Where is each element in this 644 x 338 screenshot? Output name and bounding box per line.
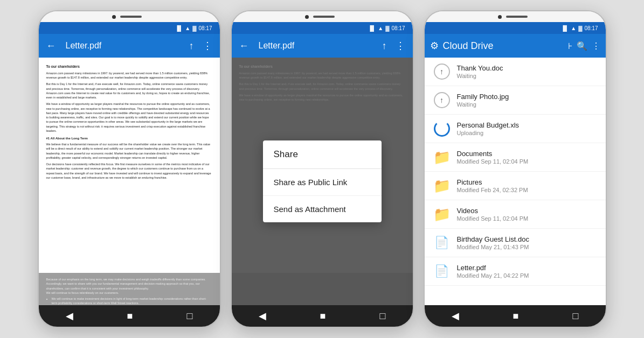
status-icons-2: ▐▌ ▲ ▓ 08:17 <box>368 25 405 31</box>
search-icon[interactable]: 🔍 <box>577 41 587 51</box>
wifi-icon-2: ▲ <box>378 25 383 31</box>
share-icon[interactable]: ↑ <box>187 38 196 54</box>
share-public-link-option[interactable]: Share as Public Link <box>263 169 382 196</box>
file-item-pictures[interactable]: 📁 Pictures Modified Feb 24, 02:32 PM <box>425 172 606 200</box>
file-meta-pictures: Modified Feb 24, 02:32 PM <box>457 187 598 193</box>
file-meta-birthday: Modified May 21, 01:43 PM <box>457 244 598 250</box>
file-info-budget: Personal Budget.xls Uploading <box>457 121 598 136</box>
camera-dot-3 <box>498 15 502 19</box>
nav-recent-btn-2[interactable]: □ <box>380 311 386 322</box>
file-item-videos[interactable]: 📁 Videos Modified Sep 11, 02:04 PM <box>425 200 606 229</box>
phone-pdf-viewer: ▐▌ ▲ ▓ 08:17 ← Letter.pdf ↑ ⋮ To our sha… <box>38 10 221 328</box>
phone-notch-3 <box>425 11 606 22</box>
folder-icon-videos: 📁 <box>432 205 452 224</box>
nav-back-btn-3[interactable]: ◀ <box>452 310 459 322</box>
file-meta-documents: Modified Sep 11, 02:04 PM <box>457 158 598 165</box>
pdf-para3: We have a window of opportunity as large… <box>46 102 212 133</box>
folder-icon-documents: 📁 <box>432 147 452 167</box>
file-item-thank-you[interactable]: ↑ Thank You.doc Waiting <box>425 58 606 86</box>
more-icon[interactable]: ⋮ <box>200 38 214 54</box>
upload-icon-family-photo: ↑ <box>432 90 452 110</box>
nav-home-btn[interactable]: ■ <box>127 311 133 322</box>
cloud-more-icon[interactable]: ⋮ <box>592 41 600 51</box>
signal-icon-3: ▐▌ <box>561 25 569 31</box>
file-item-birthday[interactable]: 📄 Birthday Guest List.doc Modified May 2… <box>425 229 606 257</box>
status-icons: ▐▌ ▲ ▓ 08:17 <box>175 25 212 31</box>
bottom-nav-2: ◀ ■ □ <box>232 305 413 327</box>
pdf-bottom-text: Because of our emphasis on the long term… <box>46 277 212 305</box>
doc-icon-symbol: 📄 <box>434 236 449 250</box>
share-modal-overlay: Share Share as Public Link Send as Attac… <box>232 58 413 305</box>
modal-title: Share <box>263 140 382 169</box>
file-info-videos: Videos Modified Sep 11, 02:04 PM <box>457 207 598 222</box>
wifi-icon: ▲ <box>185 25 190 31</box>
status-bar-2: ▐▌ ▲ ▓ 08:17 <box>232 22 413 34</box>
file-info-pictures: Pictures Modified Feb 24, 02:32 PM <box>457 178 598 193</box>
pdf-para5: Our decisions have consistently reflecte… <box>46 162 212 180</box>
pdf-para4: We believe that a fundamental measure of… <box>46 142 212 160</box>
pdf-content: To our shareholders Amazon.com passed ma… <box>39 58 220 305</box>
nav-back-btn[interactable]: ◀ <box>66 310 73 322</box>
file-item-family-photo[interactable]: ↑ Family Photo.jpg Waiting <box>425 86 606 115</box>
pdf-bullet1: We will continue to make investment deci… <box>52 297 212 305</box>
back-button[interactable]: ← <box>44 38 58 54</box>
nav-home-btn-3[interactable]: ■ <box>513 311 519 322</box>
cloud-drive-title: Cloud Drive <box>443 40 564 52</box>
speaker-2 <box>313 16 335 18</box>
nav-back-btn-2[interactable]: ◀ <box>259 310 266 322</box>
speaker-3 <box>506 16 528 18</box>
file-meta-budget: Uploading <box>457 130 598 136</box>
pdf-bottom-para2: We will continue to focus relentlessly o… <box>46 291 212 295</box>
pdf-page: To our shareholders Amazon.com passed ma… <box>39 58 220 273</box>
battery-icon: ▓ <box>192 25 196 31</box>
nav-recent-btn[interactable]: □ <box>187 311 193 322</box>
grid-view-icon[interactable]: ⊦ <box>568 41 572 51</box>
send-attachment-option[interactable]: Send as Attachment <box>263 196 382 222</box>
file-name-family-photo: Family Photo.jpg <box>457 93 598 101</box>
more-icon-2[interactable]: ⋮ <box>393 38 407 54</box>
file-item-documents[interactable]: 📁 Documents Modified Sep 11, 02:04 PM <box>425 143 606 172</box>
cloud-toolbar-icons: ⊦ 🔍 ⋮ <box>568 41 600 51</box>
speaker <box>120 16 142 18</box>
battery-icon-3: ▓ <box>578 25 582 31</box>
status-icons-3: ▐▌ ▲ ▓ 08:17 <box>561 25 598 31</box>
upload-waiting-icon: ↑ <box>434 64 450 80</box>
pdf-para1: Amazon.com passed many milestones in 199… <box>46 71 212 80</box>
settings-icon[interactable]: ⚙ <box>430 40 439 52</box>
folder-icon-pictures: 📁 <box>432 176 452 195</box>
share-icon-2[interactable]: ↑ <box>380 38 389 54</box>
time-display-2: 08:17 <box>391 25 405 31</box>
bottom-nav-3: ◀ ■ □ <box>425 305 606 327</box>
pdf-para2: But this is Day 1 for the Internet and, … <box>46 82 212 100</box>
battery-icon-2: ▓ <box>385 25 389 31</box>
signal-icon: ▐▌ <box>175 25 183 31</box>
pdf-icon-letter: 📄 <box>432 262 452 281</box>
upload-icon-thank-you: ↑ <box>432 62 452 81</box>
file-name-pictures: Pictures <box>457 178 598 186</box>
uploading-spinner-icon <box>434 121 450 137</box>
share-modal: Share Share as Public Link Send as Attac… <box>263 140 382 222</box>
pdf-icon-symbol: 📄 <box>434 264 449 278</box>
pdf-title: Letter.pdf <box>66 41 183 51</box>
status-bar: ▐▌ ▲ ▓ 08:17 <box>39 22 220 34</box>
time-display: 08:17 <box>198 25 212 31</box>
file-name-budget: Personal Budget.xls <box>457 121 598 129</box>
file-name-birthday: Birthday Guest List.doc <box>457 235 598 243</box>
file-name-letter: Letter.pdf <box>457 264 598 272</box>
phone-notch-2 <box>232 11 413 22</box>
back-button-2[interactable]: ← <box>237 38 251 54</box>
time-display-3: 08:17 <box>584 25 598 31</box>
file-item-letter[interactable]: 📄 Letter.pdf Modified May 21, 04:22 PM <box>425 257 606 286</box>
file-info-letter: Letter.pdf Modified May 21, 04:22 PM <box>457 264 598 279</box>
camera-dot-2 <box>305 15 309 19</box>
file-info-birthday: Birthday Guest List.doc Modified May 21,… <box>457 235 598 250</box>
file-name-documents: Documents <box>457 150 598 158</box>
pdf-content-2: To our shareholders Amazon.com passed ma… <box>232 58 413 305</box>
file-info-thank-you: Thank You.doc Waiting <box>457 64 598 79</box>
cloud-drive-toolbar: ⚙ Cloud Drive ⊦ 🔍 ⋮ <box>425 34 606 58</box>
wifi-icon-3: ▲ <box>571 25 576 31</box>
nav-home-btn-2[interactable]: ■ <box>320 311 326 322</box>
file-meta-videos: Modified Sep 11, 02:04 PM <box>457 215 598 222</box>
nav-recent-btn-3[interactable]: □ <box>573 311 579 322</box>
file-item-personal-budget[interactable]: Personal Budget.xls Uploading <box>425 115 606 143</box>
